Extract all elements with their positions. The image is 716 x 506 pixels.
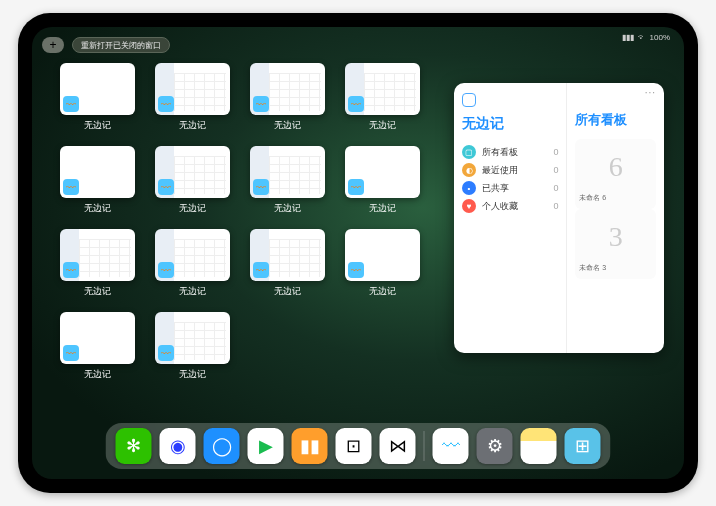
thumbnail-window: 〰 — [155, 312, 230, 364]
app-thumbnail[interactable]: 〰无边记 — [155, 312, 230, 381]
thumbnail-label: 无边记 — [84, 368, 111, 381]
freeform-mini-icon: 〰 — [253, 179, 269, 195]
ipad-frame: ▮▮▮ ᯤ 100% + 重新打开已关闭的窗口 〰无边记〰无边记〰无边记〰无边记… — [18, 13, 698, 493]
board-label: 未命名 3 — [579, 263, 652, 273]
thumbnail-window: 〰 — [60, 63, 135, 115]
sidebar-item[interactable]: ▢所有看板0 — [462, 143, 558, 161]
thumbnail-window: 〰 — [155, 146, 230, 198]
add-window-button[interactable]: + — [42, 37, 64, 53]
freeform-mini-icon: 〰 — [348, 96, 364, 112]
category-icon: • — [462, 181, 476, 195]
thumbnail-label: 无边记 — [369, 285, 396, 298]
thumbnail-window: 〰 — [60, 146, 135, 198]
category-icon: ◐ — [462, 163, 476, 177]
sidebar-item[interactable]: ◐最近使用0 — [462, 161, 558, 179]
thumbnail-window: 〰 — [345, 146, 420, 198]
thumbnail-window: 〰 — [250, 63, 325, 115]
thumbnail-label: 无边记 — [369, 119, 396, 132]
category-icon: ▢ — [462, 145, 476, 159]
freeform-mini-icon: 〰 — [158, 96, 174, 112]
battery-text: 100% — [650, 33, 670, 42]
app-thumbnail[interactable]: 〰无边记 — [345, 229, 420, 298]
freeform-mini-icon: 〰 — [158, 179, 174, 195]
dock-icon-connect[interactable]: ⋈ — [380, 428, 416, 464]
freeform-mini-icon: 〰 — [348, 179, 364, 195]
sidebar-item-label: 最近使用 — [482, 164, 518, 177]
category-icon: ♥ — [462, 199, 476, 213]
thumbnail-window: 〰 — [155, 229, 230, 281]
sidebar-item-count: 0 — [553, 165, 558, 175]
dock-icon-dice[interactable]: ⊡ — [336, 428, 372, 464]
freeform-mini-icon: 〰 — [348, 262, 364, 278]
app-thumbnail[interactable]: 〰无边记 — [250, 229, 325, 298]
dock-icon-wechat[interactable]: ✻ — [116, 428, 152, 464]
app-thumbnail[interactable]: 〰无边记 — [345, 63, 420, 132]
thumbnail-label: 无边记 — [84, 285, 111, 298]
dock-icon-app-grid[interactable]: ⊞ — [565, 428, 601, 464]
thumbnail-window: 〰 — [250, 229, 325, 281]
sidebar-item-count: 0 — [553, 183, 558, 193]
dock: ✻◉◯▶▮▮⊡⋈〰⚙⊞ — [106, 423, 611, 469]
reopen-closed-window-button[interactable]: 重新打开已关闭的窗口 — [72, 37, 170, 53]
card-section-title: 所有看板 — [575, 111, 656, 129]
more-icon[interactable]: ··· — [645, 87, 656, 98]
dock-icon-play[interactable]: ▶ — [248, 428, 284, 464]
sidebar-item-count: 0 — [553, 201, 558, 211]
dock-icon-qqbrowser[interactable]: ◯ — [204, 428, 240, 464]
app-thumbnail[interactable]: 〰无边记 — [250, 146, 325, 215]
freeform-mini-icon: 〰 — [253, 262, 269, 278]
board-item[interactable]: 6未命名 6 — [575, 139, 656, 209]
thumbnail-label: 无边记 — [179, 285, 206, 298]
app-switcher-card[interactable]: ··· 无边记 ▢所有看板0◐最近使用0•已共享0♥个人收藏0 所有看板 6未命… — [454, 83, 664, 353]
app-thumbnail[interactable]: 〰无边记 — [60, 312, 135, 381]
dock-icon-freeform[interactable]: 〰 — [433, 428, 469, 464]
app-thumbnail[interactable]: 〰无边记 — [60, 63, 135, 132]
dock-separator — [424, 431, 425, 461]
board-label: 未命名 6 — [579, 193, 652, 203]
freeform-mini-icon: 〰 — [63, 262, 79, 278]
top-controls: + 重新打开已关闭的窗口 — [42, 37, 170, 53]
thumbnail-label: 无边记 — [274, 285, 301, 298]
sidebar-item-label: 所有看板 — [482, 146, 518, 159]
sidebar-item[interactable]: ♥个人收藏0 — [462, 197, 558, 215]
expose-grid: 〰无边记〰无边记〰无边记〰无边记〰无边记〰无边记〰无边记〰无边记〰无边记〰无边记… — [60, 63, 430, 381]
thumbnail-window: 〰 — [155, 63, 230, 115]
freeform-mini-icon: 〰 — [158, 345, 174, 361]
thumbnail-label: 无边记 — [179, 202, 206, 215]
board-item[interactable]: 3未命名 3 — [575, 209, 656, 279]
freeform-mini-icon: 〰 — [253, 96, 269, 112]
freeform-app-icon — [462, 93, 476, 107]
sidebar-item-label: 已共享 — [482, 182, 509, 195]
app-thumbnail[interactable]: 〰无边记 — [345, 146, 420, 215]
thumbnail-label: 无边记 — [84, 202, 111, 215]
dock-icon-settings[interactable]: ⚙ — [477, 428, 513, 464]
sidebar-item-count: 0 — [553, 147, 558, 157]
thumbnail-window: 〰 — [60, 229, 135, 281]
thumbnail-label: 无边记 — [369, 202, 396, 215]
freeform-mini-icon: 〰 — [63, 345, 79, 361]
board-thumbnail: 6 — [579, 143, 652, 191]
board-thumbnail: 3 — [579, 213, 652, 261]
app-thumbnail[interactable]: 〰无边记 — [155, 146, 230, 215]
thumbnail-window: 〰 — [250, 146, 325, 198]
freeform-mini-icon: 〰 — [158, 262, 174, 278]
sidebar-item-label: 个人收藏 — [482, 200, 518, 213]
app-thumbnail[interactable]: 〰无边记 — [60, 146, 135, 215]
dock-icon-quark[interactable]: ◉ — [160, 428, 196, 464]
card-title: 无边记 — [462, 115, 558, 133]
app-thumbnail[interactable]: 〰无边记 — [155, 63, 230, 132]
thumbnail-label: 无边记 — [179, 368, 206, 381]
freeform-mini-icon: 〰 — [63, 96, 79, 112]
app-thumbnail[interactable]: 〰无边记 — [250, 63, 325, 132]
card-sidebar: 无边记 ▢所有看板0◐最近使用0•已共享0♥个人收藏0 — [454, 83, 567, 353]
thumbnail-label: 无边记 — [274, 202, 301, 215]
dock-icon-books[interactable]: ▮▮ — [292, 428, 328, 464]
card-main: 所有看板 6未命名 63未命名 3 — [567, 83, 664, 353]
screen: ▮▮▮ ᯤ 100% + 重新打开已关闭的窗口 〰无边记〰无边记〰无边记〰无边记… — [32, 27, 684, 479]
thumbnail-label: 无边记 — [179, 119, 206, 132]
app-thumbnail[interactable]: 〰无边记 — [60, 229, 135, 298]
app-thumbnail[interactable]: 〰无边记 — [155, 229, 230, 298]
dock-icon-notes[interactable] — [521, 428, 557, 464]
sidebar-item[interactable]: •已共享0 — [462, 179, 558, 197]
signal-icon: ▮▮▮ — [622, 33, 634, 42]
